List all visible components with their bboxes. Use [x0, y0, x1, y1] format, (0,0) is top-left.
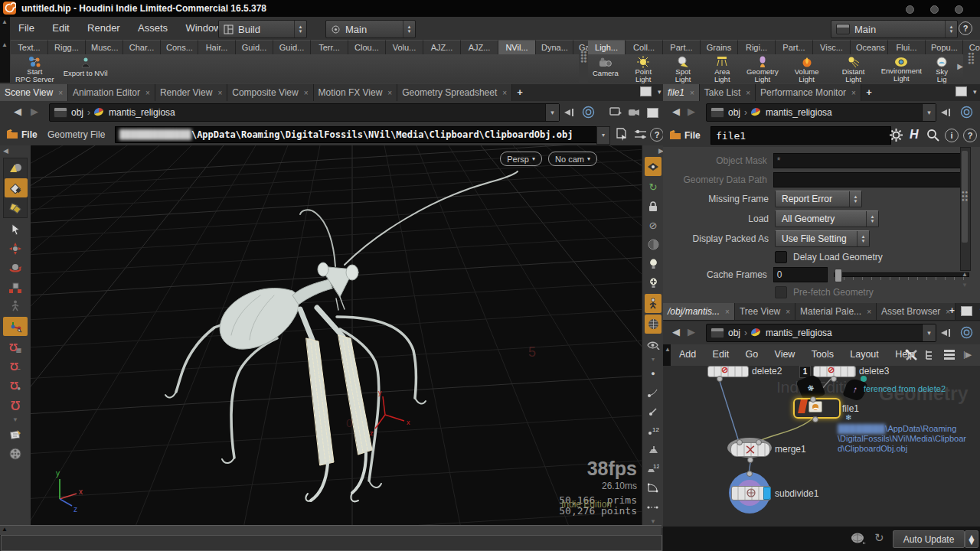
- shelf-tool-distant-light[interactable]: Distant Light: [831, 54, 877, 83]
- pin-icon[interactable]: [940, 328, 952, 338]
- cook-brain-icon[interactable]: [850, 532, 867, 545]
- gear-icon[interactable]: [890, 129, 903, 142]
- shelf-tool-start-rpc-server[interactable]: Start RPC Server: [11, 54, 59, 83]
- snap-point-icon[interactable]: Ω●: [0, 376, 31, 395]
- scroll-down-icon[interactable]: ▼: [960, 282, 969, 289]
- tab-file1-params[interactable]: file1×: [663, 84, 700, 101]
- scrollbar-thumb[interactable]: ●●●●●●: [962, 151, 968, 243]
- shelf-tab[interactable]: Char...: [123, 40, 161, 55]
- path-dropdown-icon[interactable]: ▾: [596, 126, 610, 145]
- close-icon[interactable]: ×: [851, 89, 856, 97]
- recook-icon[interactable]: ↻: [874, 531, 884, 545]
- gutter-up-icon[interactable]: ▲: [2, 18, 8, 25]
- snap-curve-icon[interactable]: Ω~: [0, 357, 31, 376]
- list-view-icon[interactable]: [943, 349, 956, 361]
- breadcrumb-root[interactable]: obj: [67, 107, 87, 118]
- tree-list-icon[interactable]: [925, 349, 937, 361]
- tool-geometry-mode-icon[interactable]: [5, 178, 28, 197]
- param-scrollbar[interactable]: ●●●●●●: [960, 147, 971, 271]
- gutter-up-icon[interactable]: ▲: [2, 526, 8, 533]
- shelf-tool-volume-light[interactable]: Volume Light: [783, 54, 831, 83]
- snapshot-icon[interactable]: [609, 106, 622, 118]
- node-input-dot[interactable]: [756, 439, 762, 445]
- tab-scene-view[interactable]: Scene View×: [0, 84, 68, 101]
- tab-motion-fx-view[interactable]: Motion FX View×: [314, 84, 398, 101]
- gutter-up-icon[interactable]: ▲: [2, 41, 8, 48]
- network-editor-canvas[interactable]: Indie Edition Geometry ⊘ delete2 1 ⊘ del…: [663, 366, 980, 527]
- network-breadcrumb[interactable]: obj › mantis_religiosa ▾: [706, 324, 936, 342]
- shelf-tab[interactable]: AJZ...: [423, 40, 461, 55]
- shelf-tab[interactable]: Volu...: [386, 40, 423, 55]
- op-menu-file[interactable]: File: [21, 129, 38, 140]
- toolbar-more-icon[interactable]: ▼: [0, 414, 31, 425]
- close-icon[interactable]: ×: [58, 89, 63, 97]
- node-input-dot[interactable]: [810, 396, 816, 403]
- toolbar-collapse-icon[interactable]: ◀: [0, 145, 34, 156]
- show-points-icon[interactable]: ●: [642, 364, 664, 383]
- shelf-tool-sky-light[interactable]: Sky Lig: [926, 54, 957, 83]
- tools-crossed-icon[interactable]: [905, 349, 918, 361]
- houdini-h-icon[interactable]: H: [910, 128, 919, 142]
- missing-frame-dropdown[interactable]: Report Error▲▼: [775, 191, 862, 207]
- delay-load-checkbox[interactable]: [775, 251, 787, 263]
- shelf-tab[interactable]: Musc...: [86, 40, 123, 55]
- shelf-tab[interactable]: Part...: [663, 40, 701, 55]
- shelf-tool-spot-light[interactable]: Spot Light: [664, 54, 703, 83]
- spinner-icon[interactable]: ▲▼: [294, 21, 306, 37]
- tab-geometry-spreadsheet[interactable]: Geometry Spreadsheet×: [397, 84, 512, 101]
- object-mask-field[interactable]: *: [773, 153, 969, 168]
- shelf-tab-active[interactable]: NVil...: [498, 40, 536, 55]
- render-reel-icon[interactable]: [0, 444, 31, 463]
- node-merge1[interactable]: [730, 442, 770, 457]
- slider-handle[interactable]: [835, 269, 842, 282]
- point-trail-icon[interactable]: [642, 383, 664, 402]
- window-minimize-button[interactable]: [906, 5, 914, 14]
- breadcrumb-node[interactable]: mantis_religiosa: [762, 328, 836, 338]
- shelf-tool-environment-light[interactable]: Environment Light: [877, 54, 926, 83]
- display-packed-dropdown[interactable]: Use File Setting▲▼: [775, 230, 870, 247]
- scene-viewport[interactable]: 5 0: [31, 145, 642, 528]
- shelf-tool-export-to-nvil[interactable]: Export to NVil: [59, 54, 113, 83]
- cache-frames-field[interactable]: 0: [773, 267, 828, 282]
- tab-composite-view[interactable]: Composite View×: [227, 84, 313, 101]
- node-name-field[interactable]: file1: [710, 126, 891, 145]
- menu-file[interactable]: File: [11, 17, 42, 34]
- param-breadcrumb[interactable]: obj › mantis_religiosa ▾: [706, 103, 936, 122]
- breadcrumb-root[interactable]: obj: [724, 107, 744, 118]
- add-pane-tab-button[interactable]: +: [861, 84, 877, 101]
- visibility-eye-icon[interactable]: [642, 335, 664, 354]
- select-tool-icon[interactable]: [0, 220, 31, 239]
- menu-assets[interactable]: Assets: [130, 17, 175, 34]
- shelf-tab[interactable]: Text...: [11, 40, 48, 55]
- breadcrumb-node[interactable]: mantis_religiosa: [105, 107, 179, 118]
- nav-forward-icon[interactable]: ▶: [688, 106, 695, 117]
- close-icon[interactable]: ×: [502, 89, 507, 97]
- headlight-icon[interactable]: [642, 254, 664, 273]
- pose-tool-icon[interactable]: [0, 296, 31, 315]
- auto-update-selector[interactable]: Auto Update: [893, 530, 965, 548]
- net-menu-go[interactable]: Go: [738, 344, 765, 360]
- follow-radar-icon[interactable]: [960, 326, 973, 339]
- net-menu-tools[interactable]: Tools: [805, 344, 841, 360]
- prim-numbers-icon[interactable]: 12: [642, 459, 664, 478]
- net-menu-layout[interactable]: Layout: [843, 344, 886, 360]
- tab-animation-editor[interactable]: Animation Editor×: [68, 84, 155, 101]
- node-output-dot[interactable]: [812, 416, 818, 422]
- rotate-tool-icon[interactable]: [0, 258, 31, 277]
- shelf-tool-point-light[interactable]: Point Light: [623, 54, 664, 83]
- tool-dynamics-mode-icon[interactable]: [4, 198, 27, 217]
- shelf-tab[interactable]: Terr...: [311, 40, 348, 55]
- curve-hull-icon[interactable]: [642, 478, 664, 497]
- tab-network-obj-mantis[interactable]: /obj/mantis...×: [663, 303, 735, 320]
- close-icon[interactable]: ×: [867, 308, 871, 316]
- nav-back-icon[interactable]: ◀: [14, 106, 21, 117]
- net-menu-view[interactable]: View: [768, 344, 802, 360]
- shelf-tool-camera[interactable]: Camera: [588, 54, 623, 83]
- menu-edit[interactable]: Edit: [44, 17, 77, 34]
- close-icon[interactable]: ×: [725, 308, 730, 316]
- window-close-button[interactable]: [955, 5, 963, 14]
- geometry-file-path-field[interactable]: █████████████\AppData\Roaming\DigitalFos…: [115, 126, 605, 143]
- cache-frames-slider[interactable]: [834, 272, 969, 277]
- nav-back-icon[interactable]: ◀: [672, 106, 680, 117]
- shelf-tab[interactable]: Rigg...: [48, 40, 86, 55]
